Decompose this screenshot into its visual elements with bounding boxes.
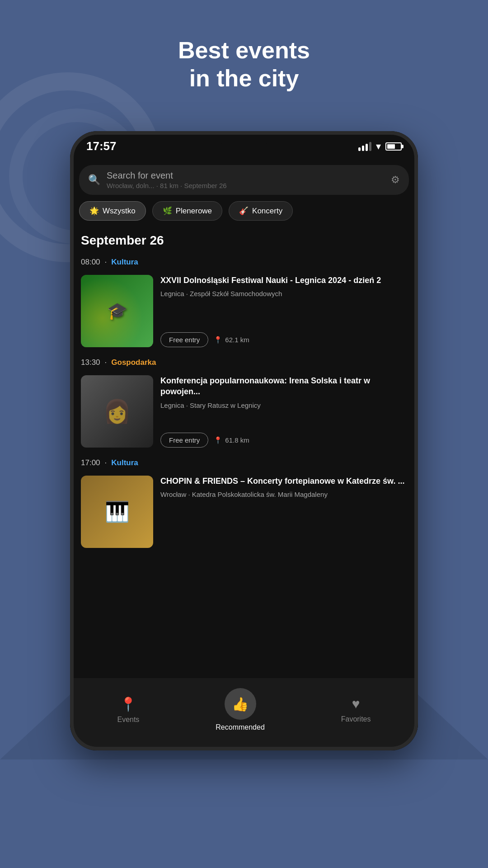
event-card-2[interactable]: 👩 Konferencja popularnonaukowa: Irena So… <box>70 371 418 455</box>
event-time-3: 17:00 <box>81 458 100 467</box>
event-footer-2: Free entry 📍 61.8 km <box>160 433 407 448</box>
nav-events-label: Events <box>117 716 139 724</box>
status-time: 17:57 <box>86 139 117 153</box>
event-time-1: 08:00 <box>81 258 100 267</box>
wifi-icon: ▾ <box>376 141 381 152</box>
events-scroll[interactable]: 🔍 Search for event Wrocław, doln... · 81… <box>70 158 418 673</box>
phone-frame: 17:57 ▾ 🔍 Search for event Wrocław, doln… <box>70 131 418 750</box>
search-text-wrap: Search for event Wrocław, doln... · 81 k… <box>107 170 385 189</box>
free-entry-btn-1[interactable]: Free entry <box>160 332 208 347</box>
recommended-bg: 👍 <box>225 688 256 720</box>
filter-icon[interactable]: ⚙ <box>391 174 400 186</box>
event-category-3: Kultura <box>111 458 138 467</box>
favorites-icon: ♥ <box>352 696 360 712</box>
search-subtitle: Wrocław, doln... · 81 km · September 26 <box>107 182 385 189</box>
event-category-2: Gospodarka <box>111 358 156 367</box>
event-title-1: XXVII Dolnośląski Festiwal Nauki - Legni… <box>160 275 407 286</box>
plenerowe-emoji: 🌿 <box>163 206 172 216</box>
camera-notch <box>217 131 271 145</box>
event-category-1: Kultura <box>111 258 138 267</box>
location-pin-icon-1: 📍 <box>214 336 222 344</box>
wszystko-label: Wszystko <box>103 207 136 216</box>
event-time-cat-3: 17:00 · Kultura <box>70 455 418 471</box>
phone-content: 🔍 Search for event Wrocław, doln... · 81… <box>70 158 418 745</box>
event-title-2: Konferencja popularnonaukowa: Irena Sols… <box>160 375 407 397</box>
nav-recommended-label: Recommended <box>216 723 265 731</box>
category-plenerowe[interactable]: 🌿 Plenerowe <box>152 201 222 221</box>
event-info-3: CHOPIN & FRIENDS – Koncerty fortepianowe… <box>160 476 407 548</box>
status-icons: ▾ <box>358 141 402 152</box>
wszystko-emoji: 🌟 <box>89 206 99 216</box>
event-card-1[interactable]: 🎓 XXVII Dolnośląski Festiwal Nauki - Leg… <box>70 270 418 354</box>
event-time-cat-1: 08:00 · Kultura <box>70 254 418 270</box>
events-icon: 📍 <box>120 696 136 712</box>
category-wszystko[interactable]: 🌟 Wszystko <box>79 201 146 221</box>
signal-icon <box>358 142 371 151</box>
event-card-3[interactable]: 🎹 CHOPIN & FRIENDS – Koncerty fortepiano… <box>70 471 418 555</box>
nav-favorites-label: Favorites <box>341 715 371 723</box>
event-location-3: Wrocław · Katedra Polskokatolicka św. Ma… <box>160 490 407 499</box>
event-title-3: CHOPIN & FRIENDS – Koncerty fortepianowe… <box>160 476 407 486</box>
location-pin-icon-2: 📍 <box>214 436 222 444</box>
event-time-2: 13:30 <box>81 358 100 367</box>
search-bar[interactable]: 🔍 Search for event Wrocław, doln... · 81… <box>79 165 409 195</box>
nav-recommended[interactable]: 👍 Recommended <box>216 688 265 731</box>
event-location-2: Legnica · Stary Ratusz w Legnicy <box>160 401 407 410</box>
nav-favorites[interactable]: ♥ Favorites <box>341 696 371 723</box>
distance-2: 📍 61.8 km <box>214 436 249 444</box>
koncerty-label: Koncerty <box>252 207 282 216</box>
event-thumb-3: 🎹 <box>81 476 153 548</box>
search-placeholder: Search for event <box>107 170 385 181</box>
app-header: Best events in the city <box>0 36 488 93</box>
event-time-cat-2: 13:30 · Gospodarka <box>70 354 418 371</box>
free-entry-btn-2[interactable]: Free entry <box>160 433 208 448</box>
battery-icon <box>385 142 402 151</box>
koncerty-emoji: 🎸 <box>239 206 249 216</box>
categories: 🌟 Wszystko 🌿 Plenerowe 🎸 Koncerty <box>70 201 418 229</box>
plenerowe-label: Plenerowe <box>176 207 212 216</box>
distance-1: 📍 62.1 km <box>214 336 249 344</box>
event-footer-1: Free entry 📍 62.1 km <box>160 332 407 347</box>
bottom-nav: 📍 Events 👍 Recommended ♥ Favorites <box>70 678 418 745</box>
nav-events[interactable]: 📍 Events <box>117 696 139 724</box>
date-header: September 26 <box>70 229 418 254</box>
category-koncerty[interactable]: 🎸 Koncerty <box>229 201 293 221</box>
event-thumb-1: 🎓 <box>81 275 153 347</box>
recommended-icon: 👍 <box>232 696 249 712</box>
event-info-1: XXVII Dolnośląski Festiwal Nauki - Legni… <box>160 275 407 347</box>
event-info-2: Konferencja popularnonaukowa: Irena Sols… <box>160 375 407 448</box>
search-icon: 🔍 <box>88 174 100 186</box>
event-location-1: Legnica · Zespół Szkół Samochodowych <box>160 289 407 298</box>
event-thumb-2: 👩 <box>81 375 153 448</box>
